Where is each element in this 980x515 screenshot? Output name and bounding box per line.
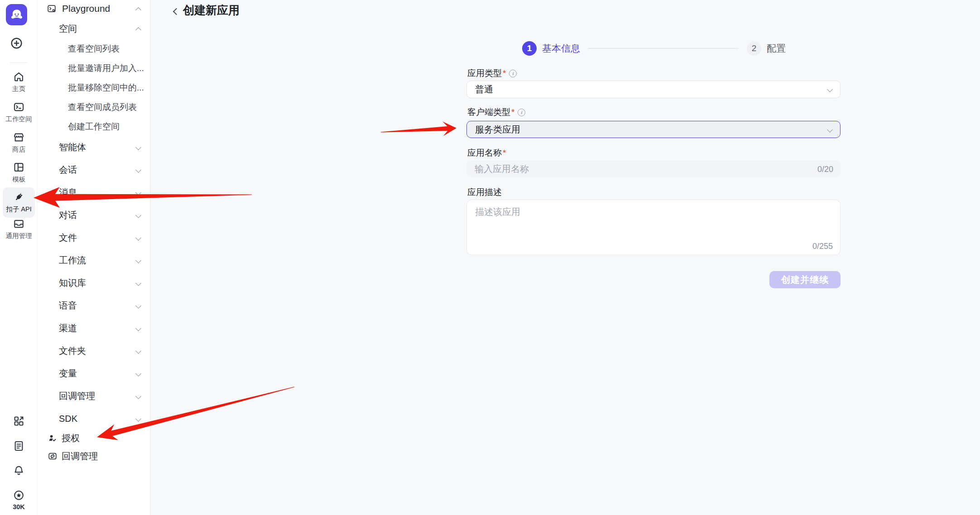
sidebar-section-agent[interactable]: 智能体: [38, 139, 150, 155]
sidebar-section-callback[interactable]: 回调管理: [38, 388, 150, 404]
sidebar-section-sdk[interactable]: SDK: [38, 411, 150, 426]
sidebar-item-create-workspace[interactable]: 创建工作空间: [38, 119, 150, 134]
playground-sidebar: Playground 空间 查看空间列表 批量邀请用户加入... 批量移除空间中…: [38, 0, 150, 515]
sidebar-section-session[interactable]: 会话: [38, 162, 150, 177]
credits-badge: 30K: [13, 503, 25, 510]
sidebar-item-label: Playground: [62, 3, 110, 14]
sidebar-item-callback-admin[interactable]: 回调管理: [38, 448, 150, 464]
sidebar-section-channel[interactable]: 渠道: [38, 320, 150, 336]
sidebar-item-playground[interactable]: Playground: [38, 1, 150, 16]
chevron-down-icon: [135, 348, 141, 354]
rail-item-label: 模板: [12, 175, 25, 184]
workspace-icon: [13, 101, 25, 113]
rail-item-home[interactable]: 主页: [0, 71, 38, 93]
step-indicator: 1 基本信息 2 配置: [522, 41, 786, 56]
app-name-input[interactable]: [466, 160, 841, 177]
sidebar-section-file[interactable]: 文件: [38, 230, 150, 245]
step-1-label: 基本信息: [542, 42, 580, 55]
sidebar-item-batch-remove[interactable]: 批量移除空间中的...: [38, 80, 150, 95]
sidebar-section-chat[interactable]: 对话: [38, 207, 150, 223]
coze-logo[interactable]: [6, 4, 27, 25]
main-content: 创建新应用 1 基本信息 2 配置 应用类型* i 普通 客户端类型* i 服务…: [150, 0, 980, 515]
required-asterisk: *: [503, 148, 506, 158]
rail-item-general-admin[interactable]: 通用管理: [0, 218, 38, 240]
app-desc-label: 应用描述: [467, 187, 502, 198]
sidebar-item-view-members[interactable]: 查看空间成员列表: [38, 100, 150, 115]
page-title: 创建新应用: [183, 2, 240, 18]
step-2-label: 配置: [767, 42, 786, 55]
apps-export-icon: [13, 415, 25, 427]
rail-item-docs[interactable]: [0, 440, 38, 452]
chevron-down-icon: [135, 280, 141, 286]
app-desc-textarea[interactable]: [467, 200, 840, 242]
sidebar-section-space[interactable]: 空间: [38, 21, 150, 36]
chevron-down-icon: [135, 393, 141, 399]
rail-item-label: 商店: [12, 145, 25, 154]
plus-icon: [10, 36, 24, 50]
step-2-circle: 2: [747, 41, 761, 56]
chevron-down-icon: [135, 303, 141, 309]
client-type-label: 客户端类型* i: [467, 107, 525, 118]
chevron-up-icon: [135, 27, 141, 33]
bell-icon: [13, 464, 25, 477]
sidebar-item-label: 空间: [59, 23, 77, 35]
inbox-icon: [13, 218, 25, 230]
info-icon[interactable]: i: [518, 109, 525, 116]
rail-item-label: 通用管理: [6, 232, 32, 240]
create-and-continue-button[interactable]: 创建并继续: [769, 271, 841, 288]
app-desc-field: 0/255: [466, 200, 841, 255]
sidebar-section-folder[interactable]: 文件夹: [38, 343, 150, 358]
rail-item-template[interactable]: 模板: [0, 161, 38, 184]
app-name-field: 0/20: [466, 160, 841, 177]
sidebar-section-message[interactable]: 消息: [38, 185, 150, 200]
chevron-down-icon: [135, 144, 141, 150]
chevron-down-icon: [135, 258, 141, 263]
app-name-counter: 0/20: [817, 165, 833, 174]
rail-item-label: 主页: [12, 85, 25, 93]
rail-item-credits[interactable]: 30K: [0, 489, 38, 510]
document-icon: [13, 440, 25, 452]
client-type-select[interactable]: 服务类应用: [466, 121, 841, 138]
callback-loop-icon: [48, 451, 58, 461]
chevron-down-icon: [135, 212, 141, 218]
store-icon: [13, 131, 25, 143]
sidebar-item-view-space-list[interactable]: 查看空间列表: [38, 41, 150, 57]
chevron-down-icon: [135, 416, 141, 422]
info-icon[interactable]: i: [509, 70, 517, 77]
chevron-down-icon: [135, 190, 141, 196]
required-asterisk: *: [511, 107, 514, 117]
star-circle-icon: [13, 489, 25, 501]
playground-icon: [47, 4, 57, 14]
step-connector-line: [588, 48, 739, 49]
app-type-select[interactable]: 普通: [466, 81, 841, 98]
home-icon: [13, 71, 25, 83]
chevron-left-icon: [173, 8, 180, 15]
create-new-button[interactable]: [10, 36, 24, 50]
app-type-value: 普通: [475, 83, 493, 95]
app-desc-counter: 0/255: [812, 242, 833, 251]
back-button[interactable]: [171, 7, 181, 17]
chevron-down-icon: [135, 371, 141, 377]
template-icon: [13, 161, 25, 173]
sidebar-item-authorization[interactable]: 授权: [38, 430, 150, 446]
sidebar-section-variable[interactable]: 变量: [38, 366, 150, 381]
coze-mascot-icon: [9, 7, 25, 23]
rail-item-label: 工作空间: [6, 115, 32, 124]
plug-icon: [13, 191, 25, 203]
chevron-down-icon: [827, 86, 833, 92]
chevron-down-icon: [827, 127, 833, 133]
rail-item-coze-api[interactable]: 扣子 API: [3, 187, 35, 218]
sidebar-section-workflow[interactable]: 工作流: [38, 253, 150, 268]
rail-item-store[interactable]: 商店: [0, 131, 38, 154]
app-type-label: 应用类型* i: [467, 68, 517, 79]
rail-item-apps[interactable]: [0, 415, 38, 427]
chevron-down-icon: [135, 235, 141, 241]
sidebar-item-batch-invite[interactable]: 批量邀请用户加入...: [38, 61, 150, 76]
rail-item-notifications[interactable]: [0, 464, 38, 477]
rail-item-label: 扣子 API: [6, 205, 31, 214]
rail-item-workspace[interactable]: 工作空间: [0, 101, 38, 124]
sidebar-section-voice[interactable]: 语音: [38, 298, 150, 313]
chevron-down-icon: [135, 325, 141, 331]
sidebar-section-knowledge[interactable]: 知识库: [38, 275, 150, 291]
required-asterisk: *: [503, 68, 506, 78]
